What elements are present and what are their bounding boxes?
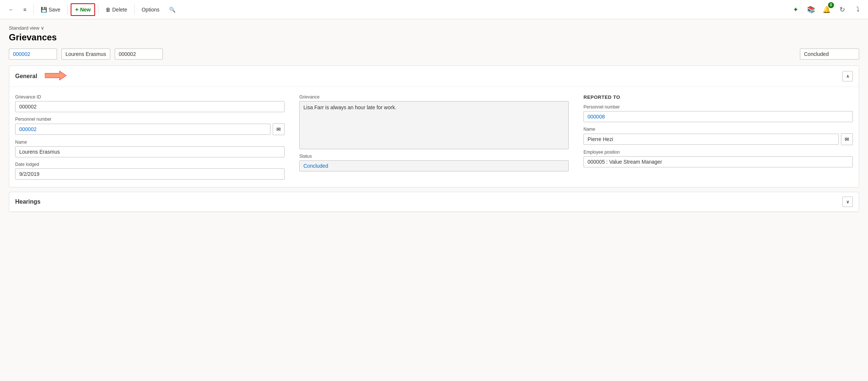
personnel-number-input[interactable] (15, 124, 270, 135)
save-label: Save (48, 7, 60, 13)
hearings-expand-icon: ∨ (846, 199, 850, 204)
hearings-title-text: Hearings (15, 198, 40, 205)
grievance-text-label: Grievance (299, 94, 569, 100)
hearings-expand-button[interactable]: ∨ (842, 197, 853, 207)
hearings-section: Hearings ∨ (9, 192, 859, 212)
name-input[interactable] (15, 146, 285, 157)
general-collapse-icon: ∧ (846, 74, 850, 79)
page-title: Grievances (9, 32, 859, 43)
separator-1 (33, 4, 34, 15)
employee-position-label: Employee position (583, 150, 853, 155)
search-icon: 🔍 (169, 7, 175, 13)
header-id-field[interactable]: 000002 (9, 49, 57, 60)
options-button[interactable]: Options (138, 4, 164, 15)
delete-button[interactable]: 🗑 Delete (101, 4, 131, 15)
back-icon: ← (9, 7, 14, 13)
name-group: Name (15, 140, 285, 157)
header-fields-row: 000002 Lourens Erasmus 000002 Concluded (9, 49, 859, 60)
date-lodged-group: Date lodged (15, 162, 285, 180)
menu-icon: ≡ (23, 7, 26, 13)
separator-4 (134, 4, 135, 15)
save-button[interactable]: 💾 Save (37, 4, 64, 15)
reported-to-label: REPORTED TO (583, 94, 853, 100)
grievance-text-group: Grievance Lisa Farr is always an hour la… (299, 94, 569, 149)
menu-button[interactable]: ≡ (19, 4, 30, 15)
hearings-section-title: Hearings (15, 198, 40, 205)
name-label: Name (15, 140, 285, 145)
name2-group: Name ✉ (583, 127, 853, 145)
status-input[interactable] (299, 160, 569, 171)
personnel-number2-input[interactable] (583, 111, 853, 122)
date-lodged-label: Date lodged (15, 162, 285, 167)
general-section-title: General (15, 70, 67, 82)
view-label-text: Standard view (9, 25, 39, 31)
name2-email-button[interactable]: ✉ (841, 133, 853, 145)
status-label: Status (299, 154, 569, 159)
view-selector[interactable]: Standard view ∨ (9, 25, 859, 31)
personnel-number2-group: Personnel number (583, 104, 853, 122)
new-button[interactable]: + New (71, 3, 95, 16)
hearings-section-header: Hearings ∨ (9, 192, 859, 212)
notification-button[interactable]: 🔔 0 (821, 4, 832, 16)
grievance-id-input[interactable] (15, 101, 285, 112)
new-icon: + (75, 6, 78, 13)
header-number-field[interactable]: 000002 (115, 49, 163, 60)
save-icon: 💾 (41, 7, 47, 13)
general-title-text: General (15, 73, 37, 80)
reported-to-group: REPORTED TO (583, 94, 853, 100)
date-lodged-input[interactable] (15, 168, 285, 180)
grievance-id-group: Grievance ID (15, 94, 285, 112)
header-status-field[interactable]: Concluded (800, 49, 859, 60)
name2-email-icon: ✉ (845, 136, 849, 142)
general-section-header: General ∧ (9, 66, 859, 87)
personnel-number2-label: Personnel number (583, 104, 853, 110)
book-icon: 📚 (807, 6, 815, 14)
employee-position-group: Employee position (583, 150, 853, 167)
name2-label: Name (583, 127, 853, 132)
general-section-body: Grievance ID Personnel number ✉ (9, 87, 859, 187)
personnel-number-group: Personnel number ✉ (15, 117, 285, 135)
status-group: Status (299, 154, 569, 171)
delete-label: Delete (112, 7, 127, 13)
notification-badge: 0 (828, 2, 834, 8)
new-label: New (80, 7, 91, 13)
toolbar: ← ≡ 💾 Save + New 🗑 Delete Options 🔍 ✦ 📚 … (0, 0, 868, 19)
open-external-button[interactable]: ⤵ (852, 4, 864, 16)
refresh-icon: ↻ (840, 6, 845, 14)
email-icon: ✉ (276, 126, 281, 132)
header-name-field[interactable]: Lourens Erasmus (61, 49, 110, 60)
open-external-icon: ⤵ (856, 6, 859, 13)
diamond-icon: ✦ (793, 6, 798, 14)
search-button[interactable]: 🔍 (165, 4, 179, 15)
separator-3 (98, 4, 98, 15)
options-label: Options (142, 7, 159, 13)
arrow-annotation (45, 70, 67, 82)
refresh-button[interactable]: ↻ (836, 4, 848, 16)
employee-position-input[interactable] (583, 156, 853, 167)
page-content: Standard view ∨ Grievances 000002 Louren… (0, 19, 868, 381)
grievance-textarea[interactable]: Lisa Farr is always an hour late for wor… (299, 101, 569, 149)
separator-2 (67, 4, 68, 15)
back-button[interactable]: ← (4, 4, 18, 15)
grievance-id-label: Grievance ID (15, 94, 285, 100)
form-col-3: REPORTED TO Personnel number Name ✉ (583, 94, 853, 180)
personnel-number-row: ✉ (15, 123, 285, 135)
book-icon-button[interactable]: 📚 (805, 4, 817, 16)
form-col-1: Grievance ID Personnel number ✉ (15, 94, 285, 180)
general-form-grid: Grievance ID Personnel number ✉ (15, 94, 853, 180)
toolbar-right: ✦ 📚 🔔 0 ↻ ⤵ (790, 4, 864, 16)
personnel-email-button[interactable]: ✉ (273, 123, 285, 135)
diamond-icon-button[interactable]: ✦ (790, 4, 801, 16)
personnel-number-label: Personnel number (15, 117, 285, 122)
svg-marker-0 (45, 71, 66, 80)
delete-icon: 🗑 (105, 7, 111, 13)
form-col-2: Grievance Lisa Farr is always an hour la… (299, 94, 569, 180)
name2-input[interactable] (583, 134, 839, 145)
general-section: General ∧ Grievance ID (9, 66, 859, 187)
view-chevron-icon: ∨ (41, 25, 44, 31)
general-collapse-button[interactable]: ∧ (842, 71, 853, 81)
name2-row: ✉ (583, 133, 853, 145)
